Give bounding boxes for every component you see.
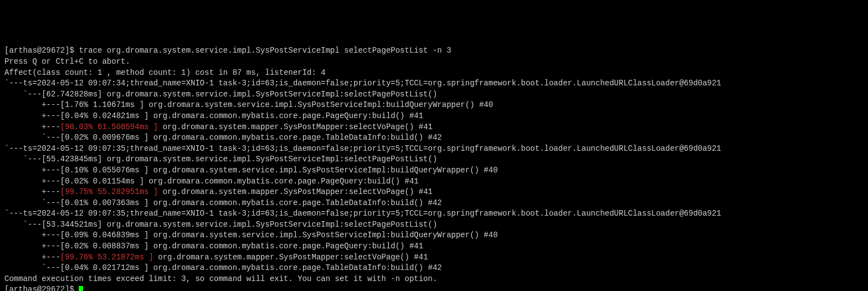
trace-timing-hot: [99.76% 53.21872ms ] [60, 253, 153, 262]
trace-child: +---[0.02% 0.01154ms ] org.dromara.commo… [4, 176, 864, 187]
trace-root: `---[55.423845ms] org.dromara.system.ser… [4, 154, 864, 165]
command-line: [arthas@29672]$ trace org.dromara.system… [4, 45, 864, 57]
trace-child: +---[0.04% 0.024821ms ] org.dromara.comm… [4, 111, 864, 122]
trace-child: `---[0.01% 0.007363ms ] org.dromara.comm… [4, 198, 864, 209]
trace-child: +---[0.02% 0.008837ms ] org.dromara.comm… [4, 241, 864, 252]
cursor [79, 286, 83, 291]
trace-header: `---ts=2024-05-12 09:07:35;thread_name=X… [4, 144, 864, 155]
trace-timing-hot: [98.03% 61.508594ms ] [60, 122, 158, 131]
terminal-output[interactable]: [arthas@29672]$ trace org.dromara.system… [4, 45, 864, 291]
trace-root: `---[62.742828ms] org.dromara.system.ser… [4, 89, 864, 100]
trace-header: `---ts=2024-05-12 09:07:34;thread_name=X… [4, 78, 864, 89]
trace-child: +---[99.76% 53.21872ms ] org.dromara.sys… [4, 252, 864, 263]
trace-child: +---[1.76% 1.10671ms ] org.dromara.syste… [4, 100, 864, 111]
trace-header: `---ts=2024-05-12 09:07:35;thread_name=X… [4, 208, 864, 219]
trace-child: +---[0.09% 0.046839ms ] org.dromara.syst… [4, 230, 864, 241]
trace-timing-hot: [99.75% 55.282951ms ] [60, 187, 158, 196]
trace-child: +---[99.75% 55.282951ms ] org.dromara.sy… [4, 187, 864, 198]
exit-message: Command execution times exceed limit: 3,… [4, 274, 864, 285]
trace-child: `---[0.04% 0.021712ms ] org.dromara.comm… [4, 263, 864, 274]
trace-child: +---[0.10% 0.055076ms ] org.dromara.syst… [4, 165, 864, 176]
prompt-line[interactable]: [arthas@29672]$ [4, 284, 864, 291]
affect-line: Affect(class count: 1 , method count: 1)… [4, 68, 864, 79]
trace-root: `---[53.344521ms] org.dromara.system.ser… [4, 219, 864, 231]
abort-hint: Press Q or Ctrl+C to abort. [4, 57, 864, 68]
trace-child: +---[98.03% 61.508594ms ] org.dromara.sy… [4, 122, 864, 133]
trace-child: `---[0.02% 0.009676ms ] org.dromara.comm… [4, 132, 864, 144]
